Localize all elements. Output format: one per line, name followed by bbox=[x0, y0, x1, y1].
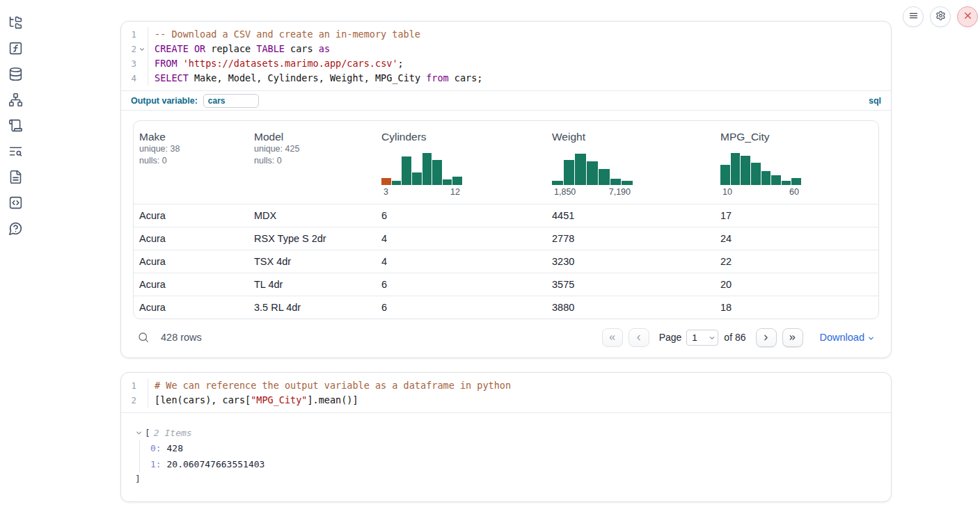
help-icon[interactable] bbox=[8, 221, 23, 236]
dataframe-table: Makeunique: 38nulls: 0Modelunique: 425nu… bbox=[133, 120, 879, 319]
tree-entry-value: 428 bbox=[161, 443, 183, 453]
column-header-cylinders[interactable]: Cylinders312 bbox=[376, 121, 546, 204]
table-cell: 3575 bbox=[546, 273, 715, 296]
column-histogram bbox=[720, 152, 801, 185]
tree-entry-value: 20.060747663551403 bbox=[161, 459, 265, 469]
scroll-icon[interactable] bbox=[8, 118, 23, 133]
close-icon bbox=[963, 10, 973, 24]
column-name: MPG_City bbox=[720, 131, 873, 143]
axis-max-label: 12 bbox=[450, 187, 460, 197]
histogram-bar bbox=[782, 181, 791, 185]
collapse-chevron-icon[interactable] bbox=[135, 429, 143, 437]
histogram-bar bbox=[599, 169, 610, 185]
page-total-label: of 86 bbox=[724, 332, 745, 343]
output-variable-row: Output variable: sql bbox=[121, 90, 891, 111]
tree-entry-key: 0: bbox=[150, 443, 161, 453]
histogram-bar bbox=[587, 161, 598, 185]
search-icon[interactable] bbox=[137, 331, 150, 344]
chevrons-left-icon bbox=[608, 333, 617, 342]
line-number: 3 bbox=[131, 56, 136, 71]
menu-button[interactable] bbox=[903, 6, 924, 27]
code-text: SELECT Make, Model, Cylinders, Weight, M… bbox=[148, 71, 482, 86]
schema-icon[interactable] bbox=[8, 92, 23, 107]
tree-entry-key: 1: bbox=[150, 459, 161, 469]
sql-code-editor[interactable]: 1-- Download a CSV and create an in-memo… bbox=[121, 22, 891, 90]
histogram-axis: 312 bbox=[381, 185, 462, 197]
pagination: Page 1 of 86 Download bbox=[602, 328, 875, 347]
column-header-weight[interactable]: Weight1,8507,190 bbox=[546, 121, 715, 204]
table-cell: 22 bbox=[715, 250, 878, 273]
table-cell: RSX Type S 2dr bbox=[248, 227, 376, 250]
table-row: AcuraMDX6445117 bbox=[134, 204, 878, 227]
table-cell: 3230 bbox=[546, 250, 715, 273]
line-gutter: 1 bbox=[121, 27, 146, 42]
table-cell: TSX 4dr bbox=[248, 250, 376, 273]
histogram-bar bbox=[761, 171, 771, 185]
database-icon[interactable] bbox=[8, 67, 23, 81]
settings-button[interactable] bbox=[930, 6, 951, 27]
column-stat: nulls: 0 bbox=[254, 155, 370, 167]
file-tree-icon[interactable] bbox=[8, 15, 23, 30]
table-cell: Acura bbox=[134, 227, 248, 250]
line-number: 2 bbox=[131, 42, 136, 56]
code-line: 3FROM 'https://datasets.marimo.app/cars.… bbox=[121, 56, 891, 71]
page-select[interactable]: 1 bbox=[686, 330, 718, 346]
column-name: Model bbox=[254, 131, 370, 143]
last-page-button[interactable] bbox=[782, 328, 803, 347]
table-cell: 20 bbox=[715, 273, 878, 296]
fold-chevron-icon[interactable] bbox=[137, 45, 146, 54]
tree-open-bracket: [ bbox=[145, 426, 150, 440]
table-cell: 4451 bbox=[546, 204, 715, 227]
histogram-bar bbox=[622, 181, 633, 185]
column-histogram bbox=[381, 152, 462, 185]
histogram-axis: 1,8507,190 bbox=[552, 185, 633, 197]
python-code-editor[interactable]: 1# We can reference the output variable … bbox=[121, 373, 891, 412]
table-cell: 3880 bbox=[546, 296, 715, 319]
column-header-mpg_city[interactable]: MPG_City1060 bbox=[715, 121, 878, 204]
table-cell: 18 bbox=[715, 296, 878, 319]
histogram-bar bbox=[412, 172, 422, 185]
next-page-button[interactable] bbox=[756, 328, 777, 347]
page-select-wrap: 1 bbox=[686, 330, 718, 346]
column-name: Weight bbox=[552, 131, 709, 143]
snippets-icon[interactable] bbox=[8, 195, 23, 210]
table-cell: MDX bbox=[248, 204, 376, 227]
close-button[interactable] bbox=[957, 6, 978, 27]
line-gutter: 1 bbox=[121, 378, 146, 393]
top-right-controls bbox=[903, 6, 978, 27]
output-variable-input[interactable] bbox=[203, 94, 259, 108]
first-page-button[interactable] bbox=[602, 328, 623, 347]
table-cell: 6 bbox=[376, 204, 546, 227]
histogram-bar bbox=[381, 178, 391, 185]
code-line: 1# We can reference the output variable … bbox=[121, 378, 891, 393]
column-name: Cylinders bbox=[381, 131, 541, 143]
document-icon[interactable] bbox=[8, 170, 23, 184]
code-text: CREATE OR replace TABLE cars as bbox=[148, 42, 330, 56]
line-number: 1 bbox=[131, 378, 136, 393]
column-header-make[interactable]: Makeunique: 38nulls: 0 bbox=[134, 121, 248, 204]
code-line: 2[len(cars), cars["MPG_City"].mean()] bbox=[121, 393, 891, 408]
fold-spacer bbox=[137, 396, 146, 405]
column-header-model[interactable]: Modelunique: 425nulls: 0 bbox=[248, 121, 376, 204]
download-button[interactable]: Download bbox=[820, 332, 876, 343]
line-number: 4 bbox=[131, 71, 136, 86]
previous-page-button[interactable] bbox=[629, 328, 649, 347]
table-cell: TL 4dr bbox=[248, 273, 376, 296]
axis-max-label: 7,190 bbox=[609, 187, 631, 197]
tree-close-bracket: ] bbox=[135, 472, 877, 486]
function-icon[interactable] bbox=[8, 41, 23, 56]
table-cell: 6 bbox=[376, 296, 546, 319]
table-cell: Acura bbox=[134, 250, 248, 273]
table-cell: 3.5 RL 4dr bbox=[248, 296, 376, 319]
table-cell: Acura bbox=[134, 273, 248, 296]
column-histogram bbox=[552, 152, 633, 185]
table-body: AcuraMDX6445117AcuraRSX Type S 2dr427782… bbox=[134, 204, 878, 319]
fold-spacer bbox=[137, 59, 146, 68]
table-cell: 17 bbox=[715, 204, 878, 227]
text-search-icon[interactable] bbox=[8, 144, 23, 159]
chevron-right-icon bbox=[761, 333, 770, 342]
code-text: # We can reference the output variable a… bbox=[148, 378, 511, 393]
axis-max-label: 60 bbox=[789, 187, 799, 197]
download-label: Download bbox=[820, 332, 865, 343]
tree-entries: 0: 4281: 20.060747663551403 bbox=[139, 440, 877, 472]
